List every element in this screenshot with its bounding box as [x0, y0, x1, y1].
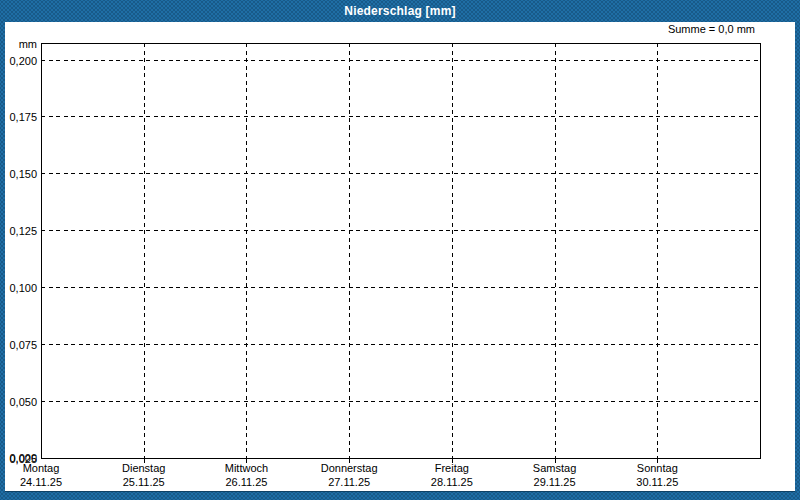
x-day-label: Donnerstag [321, 462, 378, 474]
x-day-label: Sonntag [637, 462, 678, 474]
x-day-label: Samstag [533, 462, 576, 474]
x-date-label: 30.11.25 [636, 476, 678, 488]
y-tick-label: 0,200 [9, 55, 37, 67]
x-day-label: Dienstag [122, 462, 165, 474]
y-tick-label: 0,150 [9, 168, 37, 180]
y-tick-label: 0,075 [9, 339, 37, 351]
y-tick-label: 0,175 [9, 111, 37, 123]
x-date-label: 25.11.25 [123, 476, 165, 488]
y-tick-label: 0,125 [9, 225, 37, 237]
x-date-label: 26.11.25 [225, 476, 267, 488]
window-titlebar: Niederschlag [mm] [0, 0, 800, 22]
chart-area: Summe = 0,0 mm mm 0,2000,1750,1500,1250,… [5, 22, 795, 492]
x-day-label: Freitag [435, 462, 469, 474]
chart-window: Niederschlag [mm] Summe = 0,0 mm mm 0,20… [0, 0, 800, 500]
y-tick-label: 0,050 [9, 396, 37, 408]
x-date-label: 27.11.25 [328, 476, 370, 488]
y-tick-label: 0,100 [9, 282, 37, 294]
x-date-label: 29.11.25 [534, 476, 576, 488]
window-title: Niederschlag [mm] [344, 4, 455, 18]
x-day-label: Mittwoch [225, 462, 268, 474]
x-date-label: 28.11.25 [431, 476, 473, 488]
x-date-label: 24.11.25 [20, 476, 62, 488]
chart-plot [5, 22, 795, 492]
plot-border [42, 44, 761, 459]
x-day-label: Montag [23, 462, 60, 474]
